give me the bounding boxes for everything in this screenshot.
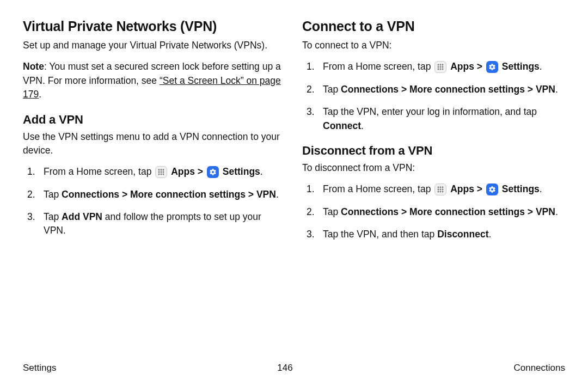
c3-prefix: Tap the VPN, enter your log in informati… (323, 106, 537, 117)
left-column: Virtual Private Networks (VPN) Set up an… (23, 19, 286, 250)
svg-point-3 (158, 171, 160, 173)
page-footer: Settings 146 Connections (23, 363, 565, 373)
disconnect-step-2: Tap Connections > More connection settin… (302, 205, 565, 219)
settings-label: Settings (502, 61, 540, 72)
note-end: . (39, 89, 41, 100)
add-vpn-intro: Use the VPN settings menu to add a VPN c… (23, 130, 286, 158)
svg-point-14 (442, 66, 444, 68)
d3-bold: Disconnect (437, 229, 488, 240)
svg-point-16 (440, 68, 442, 70)
connect-intro: To connect to a VPN: (302, 39, 565, 52)
svg-point-11 (442, 64, 444, 65)
step1-prefix: From a Home screen, tap (44, 166, 151, 177)
svg-point-2 (163, 169, 164, 170)
apps-icon (434, 183, 446, 195)
step2-bold: Connections > More connection settings >… (62, 189, 276, 200)
svg-point-4 (161, 171, 162, 173)
document-page: Virtual Private Networks (VPN) Set up an… (0, 0, 588, 392)
right-column: Connect to a VPN To connect to a VPN: Fr… (302, 19, 565, 250)
step3-bold: Add VPN (62, 211, 102, 222)
settings-icon (207, 166, 219, 178)
apps-label: Apps (450, 183, 474, 194)
intro-text: Set up and manage your Virtual Private N… (23, 39, 286, 52)
add-step-2: Tap Connections > More connection settin… (23, 188, 286, 201)
heading-disconnect-vpn: Disconnect from a VPN (302, 144, 565, 158)
note-label: Note (23, 61, 44, 72)
c2-prefix: Tap (323, 84, 341, 95)
svg-point-0 (158, 169, 160, 170)
svg-point-19 (440, 186, 442, 188)
d3-prefix: Tap the VPN, and then tap (323, 229, 437, 240)
c1-end: . (540, 61, 542, 72)
connect-step-2: Tap Connections > More connection settin… (302, 83, 565, 96)
footer-page-number: 146 (277, 363, 292, 373)
gt-2: > (477, 61, 482, 72)
d2-end: . (555, 206, 558, 217)
heading-add-vpn: Add a VPN (23, 113, 286, 127)
settings-label: Settings (223, 166, 260, 177)
d3-end: . (488, 229, 491, 240)
svg-point-18 (438, 186, 439, 188)
svg-point-25 (440, 191, 442, 192)
settings-icon (486, 183, 498, 195)
apps-label: Apps (450, 61, 474, 72)
svg-point-5 (163, 171, 164, 173)
d2-bold: Connections > More connection settings >… (341, 206, 555, 217)
svg-point-7 (161, 173, 162, 175)
connect-step-3: Tap the VPN, enter your log in informati… (302, 105, 565, 133)
svg-point-1 (161, 169, 162, 170)
step2-prefix: Tap (44, 189, 62, 200)
d1-prefix: From a Home screen, tap (323, 183, 431, 194)
heading-connect-vpn: Connect to a VPN (302, 19, 565, 34)
c2-bold: Connections > More connection settings >… (341, 84, 555, 95)
svg-point-15 (438, 68, 439, 70)
svg-point-9 (438, 64, 439, 65)
svg-point-13 (440, 66, 442, 68)
gt-3: > (477, 183, 482, 194)
svg-point-23 (442, 188, 444, 190)
add-vpn-steps: From a Home screen, tap Apps > Settings.… (23, 165, 286, 238)
disconnect-step-1: From a Home screen, tap Apps > Settings. (302, 182, 565, 196)
svg-point-17 (442, 68, 444, 70)
svg-point-20 (442, 186, 444, 188)
svg-point-24 (438, 191, 439, 192)
svg-point-22 (440, 188, 442, 190)
footer-left: Settings (23, 363, 56, 373)
note-paragraph: Note: You must set a secured screen lock… (23, 60, 286, 101)
two-column-layout: Virtual Private Networks (VPN) Set up an… (23, 19, 565, 250)
settings-label: Settings (502, 183, 540, 194)
connect-step-1: From a Home screen, tap Apps > Settings. (302, 60, 565, 74)
svg-point-8 (163, 173, 164, 175)
apps-icon (155, 166, 167, 178)
disconnect-steps: From a Home screen, tap Apps > Settings.… (302, 182, 565, 241)
apps-icon (434, 61, 446, 73)
settings-icon (486, 61, 498, 73)
step3-prefix: Tap (44, 211, 62, 222)
add-step-3: Tap Add VPN and follow the prompts to se… (23, 210, 286, 238)
c3-end: . (361, 120, 364, 131)
connect-steps: From a Home screen, tap Apps > Settings.… (302, 60, 565, 133)
gt-1: > (198, 166, 203, 177)
apps-label: Apps (171, 166, 195, 177)
svg-point-21 (438, 188, 439, 190)
svg-point-6 (158, 173, 160, 175)
step2-end: . (276, 189, 279, 200)
disconnect-step-3: Tap the VPN, and then tap Disconnect. (302, 228, 565, 241)
d1-end: . (540, 183, 542, 194)
c1-prefix: From a Home screen, tap (323, 61, 431, 72)
heading-vpn: Virtual Private Networks (VPN) (23, 19, 286, 34)
c3-bold: Connect (323, 120, 361, 131)
d2-prefix: Tap (323, 206, 341, 217)
svg-point-26 (442, 191, 444, 192)
add-step-1: From a Home screen, tap Apps > Settings. (23, 165, 286, 179)
c2-end: . (555, 84, 558, 95)
disconnect-intro: To disconnect from a VPN: (302, 161, 565, 175)
svg-point-12 (438, 66, 439, 68)
svg-point-10 (440, 64, 442, 65)
step1-end: . (260, 166, 263, 177)
footer-right: Connections (513, 363, 565, 373)
